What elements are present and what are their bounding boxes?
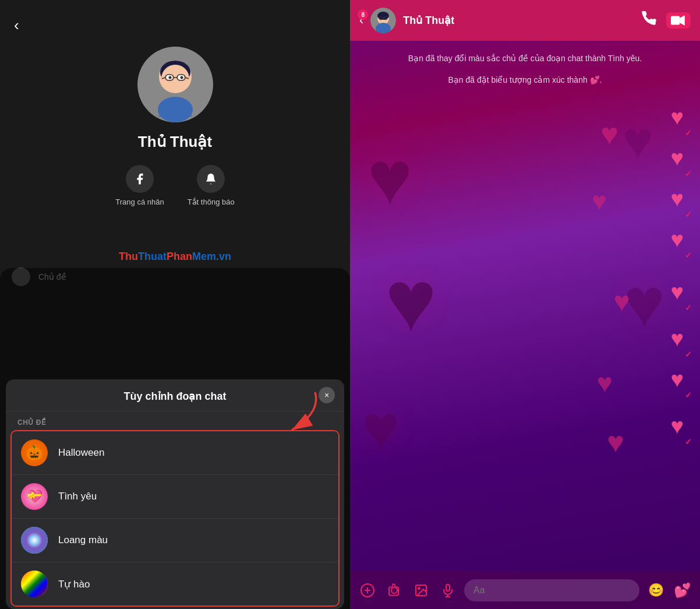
themes-highlighted-box: 🎃 Halloween 💝 Tình yêu	[10, 430, 340, 607]
watermark: ThuThuatPhanMem.vn	[119, 251, 231, 263]
hearts-decoration: ♥ ♥ ♥ ♥ ♥ ♥ ✓ ♥ ✓ ♥ ✓ ♥ ✓ ♥ ✓ ♥ ✓ ♥ ✓ ♥ …	[350, 99, 700, 524]
svg-point-7	[180, 76, 183, 79]
mic-button[interactable]	[437, 580, 458, 601]
right-panel: ‹ 8 Thủ Thuật	[350, 0, 700, 609]
chat-back-container[interactable]: ‹ 8	[359, 13, 363, 28]
profile-action-page[interactable]: Trang cá nhân	[115, 165, 164, 206]
theme-name-tinhtieu: Tình yêu	[58, 491, 97, 502]
tuhao-icon	[21, 571, 48, 597]
video-icon-bg	[666, 12, 691, 29]
svg-point-16	[21, 571, 48, 597]
call-button[interactable]	[642, 11, 657, 30]
chat-header: ‹ 8 Thủ Thuật	[350, 0, 700, 41]
heart-send-button[interactable]: 💕	[672, 580, 693, 601]
modal-title: Tùy chỉnh đoạn chat	[124, 390, 227, 403]
profile-actions: Trang cá nhân Tắt thông báo	[115, 165, 234, 206]
gallery-button[interactable]	[411, 580, 432, 601]
bell-icon	[197, 165, 225, 193]
chat-header-name: Thủ Thuật	[403, 14, 635, 27]
chat-input-bar: 😊 💕	[350, 571, 700, 609]
profile-avatar	[137, 47, 213, 122]
theme-item-tinhtieu[interactable]: 💝 Tình yêu	[12, 474, 338, 518]
modal: Tùy chỉnh đoạn chat × CHỦ ĐỀ 🎃 Halloween	[6, 379, 344, 609]
back-button[interactable]: ‹	[14, 16, 19, 34]
profile-action-notif-label: Tắt thông báo	[188, 198, 235, 206]
add-button[interactable]	[357, 580, 378, 601]
svg-point-15	[21, 527, 48, 554]
left-panel: ‹ Thủ Thuật	[0, 0, 350, 609]
theme-item-halloween[interactable]: 🎃 Halloween	[12, 431, 338, 474]
theme-name-tuhao: Tự hào	[58, 578, 90, 590]
emoji-button[interactable]: 😊	[645, 580, 666, 601]
profile-action-notif[interactable]: Tắt thông báo	[188, 165, 235, 206]
tinhtieu-icon: 💝	[21, 483, 48, 510]
camera-button[interactable]	[384, 580, 405, 601]
svg-rect-24	[671, 16, 680, 24]
system-message-1: Bạn đã thay đổi màu sắc chủ đề của đoạn …	[359, 52, 691, 65]
facebook-icon	[126, 165, 154, 193]
theme-item-loangmau[interactable]: Loang màu	[12, 518, 338, 562]
theme-name-loangmau: Loang màu	[58, 534, 108, 546]
svg-point-6	[168, 76, 171, 79]
halloween-icon: 🎃	[21, 439, 48, 466]
svg-marker-25	[680, 15, 685, 25]
back-badge: 8	[358, 9, 368, 20]
chat-header-avatar	[370, 8, 396, 33]
profile-name: Thủ Thuật	[138, 133, 212, 151]
loangmau-icon	[21, 527, 48, 554]
theme-name-halloween: Halloween	[58, 447, 104, 459]
chat-messages: Bạn đã thay đổi màu sắc chủ đề của đoạn …	[350, 41, 700, 571]
chat-input[interactable]	[464, 579, 639, 601]
svg-point-31	[418, 587, 420, 589]
theme-item-tuhao[interactable]: Tự hào	[12, 562, 338, 606]
profile-action-page-label: Trang cá nhân	[115, 198, 164, 206]
svg-rect-32	[446, 585, 450, 591]
svg-point-29	[391, 587, 397, 593]
chat-header-actions	[642, 11, 691, 30]
video-call-button[interactable]	[666, 12, 691, 29]
system-message-2: Bạn đã đặt biểu tượng cảm xúc thành 💕.	[359, 74, 691, 86]
modal-close-button[interactable]: ×	[319, 387, 335, 403]
